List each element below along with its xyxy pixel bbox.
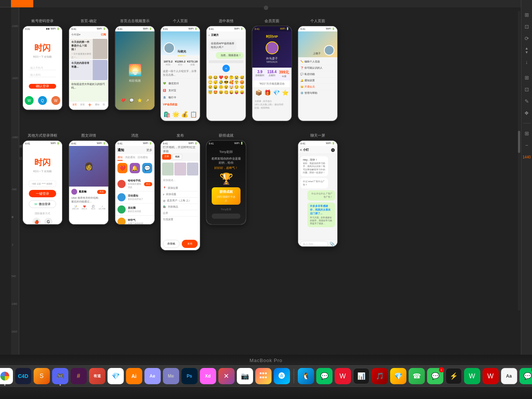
msg-tab-system[interactable]: 活动通知 xyxy=(137,156,148,161)
msg-icon-system[interactable]: 🔔 xyxy=(130,163,140,173)
grid-icon-4[interactable]: 📋 xyxy=(190,111,198,118)
publish-btn-video[interactable]: 视频 xyxy=(173,154,182,160)
panel-icon-5[interactable]: ↓ xyxy=(523,58,531,66)
login-confirm-btn[interactable]: 确认登录 xyxy=(29,84,56,89)
chat-item-4[interactable]: 钟学气 点赞了你的内容 xyxy=(115,216,154,225)
p2-item-6[interactable]: ⚙️ 管理与帮助 xyxy=(300,90,335,96)
pub-submit-btn[interactable]: 发布 xyxy=(182,240,198,248)
dock-xd[interactable]: Xd xyxy=(200,368,216,384)
dock-wps[interactable]: W xyxy=(464,368,480,384)
feed-item-1[interactable]: 今天你的第一件事是什么？回我！ 一天中最重要的事情之一... xyxy=(70,39,108,59)
dock-ae[interactable]: Ae xyxy=(144,368,161,384)
dock-launchpad[interactable] xyxy=(255,368,272,384)
menu-item-3[interactable]: 🏦银行卡 xyxy=(163,94,198,101)
pub-option-at[interactable]: @ 提及用户（上海·上） xyxy=(163,198,198,204)
publish-photo-3[interactable] xyxy=(187,163,198,175)
benefit-3[interactable]: 💎 xyxy=(272,89,280,96)
dock-wechat[interactable]: 💬 xyxy=(316,368,332,384)
panel-icon-9[interactable]: ❖ xyxy=(523,109,531,117)
google-login[interactable]: G xyxy=(44,218,52,225)
feed-item-2[interactable]: 今天的内容非常有趣... xyxy=(70,60,108,80)
chat-item-1[interactable]: 哈哈哈手机 你有新的通知消息 关注 xyxy=(115,177,154,191)
panel-icon-3[interactable]: ⟳ xyxy=(523,35,531,42)
grid-icon-1[interactable]: 🛍️ xyxy=(163,111,171,118)
nav-home[interactable]: 首页 xyxy=(72,103,77,108)
msg-tab-follow[interactable]: 消息通知 xyxy=(125,156,135,161)
dock-messages[interactable]: 💬 1 xyxy=(427,368,443,384)
dock-photos[interactable]: 📷 xyxy=(237,368,253,384)
p2-item-3[interactable]: 💬 私信功能 xyxy=(300,71,335,78)
weibo-login-icon[interactable]: W xyxy=(51,96,60,105)
p2-item-2[interactable]: ❓ 你可能认识的人 xyxy=(300,65,335,71)
login2-wechat-btn[interactable]: W微信登录 xyxy=(29,200,56,208)
publish-photo-1[interactable] xyxy=(162,163,174,175)
login2-btn[interactable]: 一键登录 xyxy=(29,190,56,197)
qq-login-icon[interactable]: Q xyxy=(38,96,47,105)
nav-discover[interactable]: 发现 xyxy=(80,103,85,108)
panel-icon-2[interactable]: ⊡ xyxy=(523,23,531,30)
dock-iina[interactable]: 📊 xyxy=(353,368,369,384)
dock-popclip[interactable]: ⚡ xyxy=(446,368,462,384)
panel-icon-7[interactable]: ⊡ xyxy=(523,86,531,93)
dock-appstore[interactable]: 🅐 xyxy=(274,368,290,384)
chat-item-3[interactable]: 朋友圈 新的互动消息 xyxy=(115,204,154,216)
msg-icon-follow[interactable]: ❤️ xyxy=(117,163,127,173)
publish-desc-placeholder[interactable]: 添加描述... xyxy=(161,177,200,184)
login-phone-field[interactable]: 输入手机号 xyxy=(29,66,56,70)
dock-weibo[interactable]: W xyxy=(335,368,351,384)
panel-icon-1[interactable]: ⊞ xyxy=(523,11,531,18)
dock-gems[interactable]: 💎 xyxy=(390,368,406,384)
apple-login[interactable]: 🍎 xyxy=(33,218,41,225)
msg-icon-private[interactable]: 💬 xyxy=(142,163,152,173)
dock-c4d[interactable]: C4D xyxy=(15,368,31,384)
grid-icon-3[interactable]: 💰 xyxy=(181,111,189,118)
chat-input-field[interactable]: 输入消息... xyxy=(300,241,328,247)
dock-contacts[interactable]: ☎ xyxy=(409,368,425,384)
nav-add[interactable]: + xyxy=(88,102,91,108)
vip-btn[interactable]: VIP会员权益 xyxy=(163,101,198,108)
dock-illustrator[interactable]: Ai xyxy=(126,368,142,384)
dock-discord[interactable]: 🎮 xyxy=(52,368,68,384)
scrollbar-vertical[interactable] xyxy=(518,11,520,310)
msg-tab-all[interactable]: 通知 xyxy=(117,156,123,161)
ach-input[interactable] xyxy=(212,214,240,219)
follow-btn[interactable]: 关注 xyxy=(97,190,106,194)
emoji-add-btn[interactable]: + xyxy=(209,65,243,72)
dock-appx[interactable]: ✕ xyxy=(218,368,235,384)
dock-fontbook[interactable]: Aa xyxy=(501,368,517,384)
dock-netease[interactable]: 🎵 xyxy=(372,368,388,384)
pub-option-location[interactable]: 📍 添加位置 xyxy=(163,185,198,191)
wechat-login-icon[interactable]: W xyxy=(25,96,34,105)
pub-option-more[interactable]: 引流设置 xyxy=(163,216,198,222)
login-password-field[interactable]: 输入密码 xyxy=(29,73,56,77)
benefit-1[interactable]: 📦 xyxy=(255,89,263,96)
panel-icon-12[interactable]: 1440 xyxy=(523,153,531,161)
menu-item-1[interactable]: 💚微信支付 xyxy=(163,80,198,87)
grid-icon-2[interactable]: 🌟 xyxy=(172,111,180,118)
chat-item-2[interactable]: 活动通知 签到活动开始了 xyxy=(115,191,154,204)
panel-icon-8[interactable]: ✎ xyxy=(523,98,531,105)
nav-messages[interactable]: 通知 xyxy=(95,103,99,108)
dock-me[interactable]: Me xyxy=(163,368,179,384)
chat-settings-icon[interactable]: ⊕ xyxy=(331,147,335,153)
feed-item-3[interactable]: 你知道这些大学超好入的技巧吗... xyxy=(70,81,108,101)
menu-item-2[interactable]: 🅱️支付宝 xyxy=(163,87,198,94)
publish-btn-live[interactable]: 直播 xyxy=(162,154,171,160)
benefit-4[interactable]: ⭐ xyxy=(281,89,289,96)
panel-icon-4[interactable]: ▲▼ xyxy=(523,47,531,54)
scroll-thumb[interactable] xyxy=(518,131,520,153)
pub-option-topic[interactable]: # 添加话题 xyxy=(163,191,198,198)
benefit-2[interactable]: 🎁 xyxy=(263,89,272,96)
p2-item-1[interactable]: ✏️ 编辑个人信息 xyxy=(300,59,335,65)
dock-ps[interactable]: Ps xyxy=(181,368,198,384)
dock-wps-word[interactable]: W xyxy=(482,368,499,384)
dock-slack[interactable]: # xyxy=(71,368,87,384)
publish-photo-2[interactable] xyxy=(174,163,186,175)
dock-sketch[interactable]: 💎 xyxy=(108,368,124,384)
chat-send-icon[interactable]: 📎 xyxy=(330,242,335,247)
pub-draft-btn[interactable]: 存草稿 xyxy=(163,240,180,248)
pub-option-public[interactable]: 公开 xyxy=(163,210,198,216)
panel-icon-6[interactable]: ⊞ xyxy=(523,74,531,81)
p2-item-5[interactable]: 👑 开通会员 xyxy=(300,84,335,90)
p2-item-4[interactable]: 🔔 通知设置 xyxy=(300,78,335,84)
